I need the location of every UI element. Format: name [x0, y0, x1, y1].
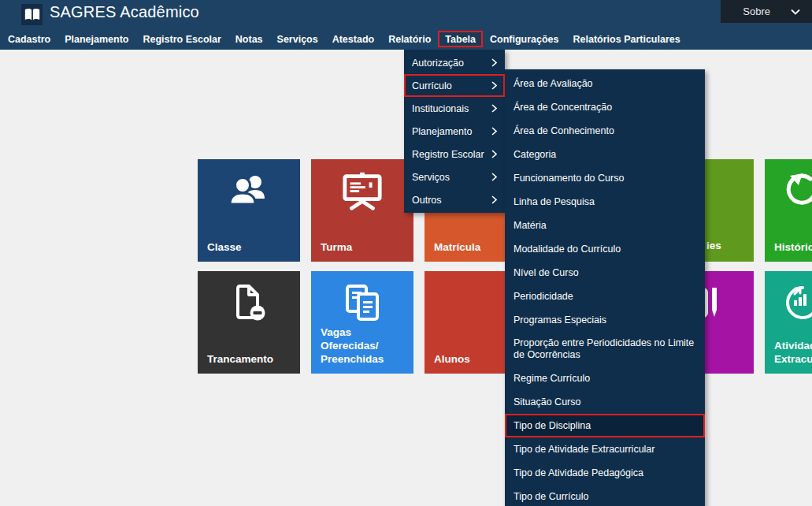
- chevron-right-icon: [491, 127, 497, 136]
- tile-atividades-extracurriculares[interactable]: Atividades Extracurriculares: [765, 271, 812, 374]
- tile-label: Classe: [207, 240, 295, 254]
- chevron-right-icon: [491, 173, 497, 181]
- menu-item-label: Outros: [412, 195, 442, 206]
- submenu-item-categoria[interactable]: Categoria: [505, 143, 705, 166]
- menu-item-servicos[interactable]: Serviços: [404, 166, 505, 188]
- extracurricular-icon: [784, 284, 812, 322]
- tabela-dropdown-menu: Autorização Currículo Institucionais Pla…: [404, 50, 505, 213]
- menu-item-label: Institucionais: [412, 103, 469, 114]
- tile-historico[interactable]: Histórico: [765, 159, 812, 262]
- tile-label: Vagas Oferecidas/ Preenchidas: [321, 326, 409, 366]
- submenu-item-materia[interactable]: Matéria: [505, 214, 705, 237]
- submenu-item-situacao-curso[interactable]: Situação Curso: [505, 390, 705, 414]
- submenu-item-tipo-de-disciplina[interactable]: Tipo de Disciplina: [505, 414, 705, 437]
- documents-icon: [343, 284, 382, 322]
- chevron-right-icon: [491, 195, 497, 204]
- submenu-item-nivel-de-curso[interactable]: Nível de Curso: [505, 261, 705, 285]
- submenu-item-area-de-concentracao[interactable]: Área de Concentração: [505, 95, 705, 119]
- menu-item-label: Currículo: [412, 80, 452, 91]
- chevron-right-icon: [491, 150, 497, 158]
- menubar-item-planejamento[interactable]: Planejamento: [57, 31, 135, 47]
- menu-item-label: Registro Escolar: [412, 149, 484, 160]
- tile-label: Turma: [321, 240, 409, 254]
- menubar-item-tabela[interactable]: Tabela: [438, 31, 483, 47]
- menubar-item-atestado[interactable]: Atestado: [325, 31, 381, 47]
- menu-item-registro-escolar[interactable]: Registro Escolar: [404, 143, 505, 166]
- submenu-item-linha-de-pesquisa[interactable]: Linha de Pesquisa: [505, 190, 705, 214]
- submenu-item-regime-curriculo[interactable]: Regime Currículo: [505, 366, 705, 390]
- tile-vagas-oferecidas-preenchidas[interactable]: Vagas Oferecidas/ Preenchidas: [311, 271, 413, 374]
- chevron-right-icon: [491, 104, 497, 113]
- submenu-item-area-de-conhecimento[interactable]: Área de Conhecimento: [505, 119, 705, 143]
- tile-trancamento[interactable]: Trancamento: [198, 271, 300, 374]
- menu-item-label: Serviços: [412, 172, 450, 183]
- submenu-item-proporcao-periodicidades[interactable]: Proporção entre Periodicidades no Limite…: [505, 332, 705, 366]
- presentation-board-icon: [341, 171, 384, 210]
- chevron-down-icon: [791, 9, 800, 15]
- submenu-item-programas-especiais[interactable]: Programas Especiais: [505, 308, 705, 332]
- tile-label: Histórico: [774, 240, 812, 254]
- submenu-item-modalidade-do-curriculo[interactable]: Modalidade do Currículo: [505, 237, 705, 261]
- menu-item-outros[interactable]: Outros: [404, 188, 505, 211]
- open-book-icon: [24, 7, 41, 22]
- menubar-item-relatorios-particulares[interactable]: Relatórios Particulares: [566, 31, 688, 47]
- menubar: Cadastro Planejamento Registro Escolar N…: [0, 28, 812, 50]
- tile-classe[interactable]: Classe: [198, 159, 300, 262]
- menubar-item-relatorio[interactable]: Relatório: [381, 31, 438, 47]
- menubar-item-registro-escolar[interactable]: Registro Escolar: [135, 31, 228, 47]
- page-title: SAGRES Acadêmico: [50, 3, 199, 21]
- submenu-item-periodicidade[interactable]: Periodicidade: [505, 285, 705, 308]
- tile-label: Atividades Extracurriculares: [774, 339, 812, 366]
- app-window: Classe Turma Matrícula ies Histórico: [0, 0, 812, 506]
- tile-label-fragment: ies: [706, 239, 749, 252]
- menu-item-institucionais[interactable]: Institucionais: [404, 97, 505, 120]
- document-minus-icon: [232, 284, 266, 322]
- menu-item-autorizacao[interactable]: Autorização: [404, 51, 505, 74]
- submenu-item-tipo-de-atividade-extracurricular[interactable]: Tipo de Atividade Extracurricular: [505, 437, 705, 461]
- submenu-item-tipo-de-curriculo[interactable]: Tipo de Currículo: [505, 485, 705, 506]
- chevron-right-icon: [491, 81, 497, 90]
- curriculo-submenu: Área de Avaliação Área de Concentração Á…: [505, 69, 705, 506]
- menu-item-planejamento[interactable]: Planejamento: [404, 120, 505, 143]
- menu-item-label: Planejamento: [412, 126, 472, 137]
- about-button[interactable]: Sobre: [721, 0, 812, 23]
- tile-turma[interactable]: Turma: [311, 159, 413, 262]
- menubar-item-cadastro[interactable]: Cadastro: [1, 31, 57, 47]
- app-logo: [21, 4, 43, 25]
- menu-item-curriculo[interactable]: Currículo: [404, 74, 505, 97]
- submenu-item-area-de-avaliacao[interactable]: Área de Avaliação: [505, 72, 705, 95]
- menubar-item-notas[interactable]: Notas: [228, 31, 270, 47]
- menubar-item-servicos[interactable]: Serviços: [270, 31, 325, 47]
- people-icon: [227, 173, 271, 209]
- history-icon: [784, 173, 812, 209]
- about-label: Sobre: [743, 6, 770, 17]
- header: SAGRES Acadêmico Sobre: [0, 0, 812, 28]
- submenu-item-funcionamento-do-curso[interactable]: Funcionamento do Curso: [505, 166, 705, 190]
- menubar-item-configuracoes[interactable]: Configurações: [483, 31, 566, 47]
- tile-label: Trancamento: [207, 352, 295, 366]
- chevron-right-icon: [491, 58, 497, 67]
- menu-item-label: Autorização: [412, 58, 464, 69]
- submenu-item-tipo-de-atividade-pedagogica[interactable]: Tipo de Atividade Pedagógica: [505, 461, 705, 485]
